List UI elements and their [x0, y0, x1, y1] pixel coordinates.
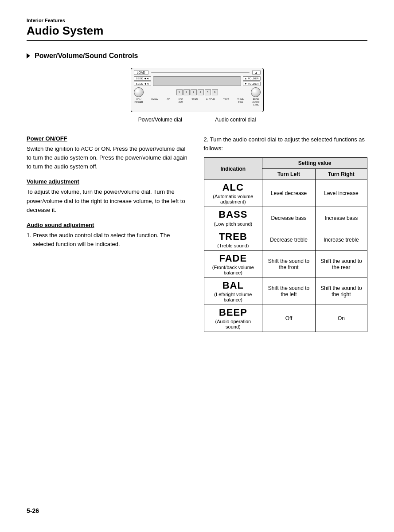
audio-control-label: Audio control dial [215, 117, 256, 123]
audio-sound-item1: 1. Press the audio control dial to selec… [27, 231, 191, 249]
preset-1: 1 [176, 89, 183, 95]
indication-desc: (Treble sound) [207, 243, 259, 248]
folder-down-button: ▼ FOLDER [243, 82, 261, 86]
radio-captions: Power/Volume dial Audio control dial [122, 117, 273, 123]
page-number: 5-26 [27, 507, 39, 514]
indication-cell: ALC(Automatic volume adjustment) [204, 180, 262, 207]
section-heading: Power/Volume/Sound Controls [27, 52, 367, 60]
turn-right-cell: Shift the sound to the rear [315, 250, 367, 278]
preset-6: 6 [212, 89, 218, 95]
turn-left-header: Turn Left [262, 169, 316, 180]
table-row: ALC(Automatic volume adjustment)Level de… [204, 180, 367, 207]
item2-text: Turn the audio control dial to adjust th… [204, 136, 365, 152]
left-column: Power ON/OFF Switch the ignition to ACC … [27, 135, 191, 253]
radio-diagram-container: LOAD ▲ SEEK ◄◄ SEEK ◄◄ ▲ FOLDER ▼ FOLDER… [27, 68, 367, 123]
page-title: Audio System [27, 24, 367, 41]
indication-big-label: BEEP [207, 307, 259, 318]
preset-4: 4 [198, 89, 204, 95]
turn-left-cell: Shift the sound to the front [262, 250, 316, 278]
indication-cell: BAL(Left/right volume balance) [204, 278, 262, 305]
item2-intro: 2. Turn the audio control dial to adjust… [204, 135, 368, 153]
triangle-icon [27, 53, 30, 59]
table-row: BAL(Left/right volume balance)Shift the … [204, 278, 367, 305]
audio-control-dial [251, 87, 261, 97]
indication-desc: (Automatic volume adjustment) [207, 194, 259, 204]
table-row: BASS(Low pitch sound)Decrease bassIncrea… [204, 207, 367, 229]
turn-left-cell: Shift the sound to the left [262, 278, 316, 305]
indication-big-label: FADE [207, 253, 259, 264]
eject-button: ▲ [252, 70, 261, 75]
table-row: BEEP(Audio operation sound)OffOn [204, 305, 367, 332]
power-section-title: Power ON/OFF [27, 135, 191, 142]
section-label: Interior Features [27, 18, 367, 23]
indication-desc: (Left/right volume balance) [207, 292, 259, 302]
indication-desc: (Front/back volume balance) [207, 265, 259, 275]
indication-big-label: BAL [207, 280, 259, 291]
power-volume-dial [134, 87, 144, 97]
audio-sound-section-title: Audio sound adjustment [27, 222, 191, 228]
power-volume-label: Power/Volume dial [138, 117, 182, 123]
indication-cell: TREB(Treble sound) [204, 229, 262, 250]
right-column: 2. Turn the audio control dial to adjust… [204, 135, 368, 332]
item2-prefix: 2. [204, 136, 209, 143]
turn-right-cell: Increase treble [315, 229, 367, 250]
turn-right-cell: Level increase [315, 180, 367, 207]
radio-display [153, 76, 241, 86]
indication-cell: BEEP(Audio operation sound) [204, 305, 262, 332]
seek-up-button: SEEK ◄◄ [134, 76, 152, 81]
turn-left-cell: Decrease treble [262, 229, 316, 250]
indication-desc: (Audio operation sound) [207, 319, 259, 329]
turn-right-cell: Increase bass [315, 207, 367, 229]
indication-cell: FADE(Front/back volume balance) [204, 250, 262, 278]
turn-right-cell: On [315, 305, 367, 332]
table-row: FADE(Front/back volume balance)Shift the… [204, 250, 367, 278]
preset-3: 3 [191, 89, 197, 95]
preset-2: 2 [183, 89, 190, 95]
volume-section-text: To adjust the volume, turn the power/vol… [27, 188, 191, 214]
indication-big-label: ALC [207, 182, 259, 193]
seek-down-button: SEEK ◄◄ [134, 82, 152, 86]
turn-right-header: Turn Right [315, 169, 367, 180]
indication-desc: (Low pitch sound) [207, 221, 259, 227]
setting-value-header: Setting value [262, 158, 367, 169]
radio-diagram: LOAD ▲ SEEK ◄◄ SEEK ◄◄ ▲ FOLDER ▼ FOLDER… [131, 68, 264, 112]
folder-up-button: ▲ FOLDER [243, 76, 261, 81]
indication-cell: BASS(Low pitch sound) [204, 207, 262, 229]
preset-5: 5 [205, 89, 211, 95]
indication-big-label: BASS [207, 209, 259, 220]
load-button: LOAD [134, 70, 148, 75]
table-row: TREB(Treble sound)Decrease trebleIncreas… [204, 229, 367, 250]
indication-header: Indication [204, 158, 262, 180]
turn-left-cell: Decrease bass [262, 207, 316, 229]
turn-left-cell: Level decrease [262, 180, 316, 207]
indication-big-label: TREB [207, 231, 259, 242]
settings-table: Indication Setting value Turn Left Turn … [204, 157, 368, 332]
volume-section-title: Volume adjustment [27, 178, 191, 185]
turn-right-cell: Shift the sound to the right [315, 278, 367, 305]
turn-left-cell: Off [262, 305, 316, 332]
power-section-text: Switch the ignition to ACC or ON. Press … [27, 145, 191, 171]
